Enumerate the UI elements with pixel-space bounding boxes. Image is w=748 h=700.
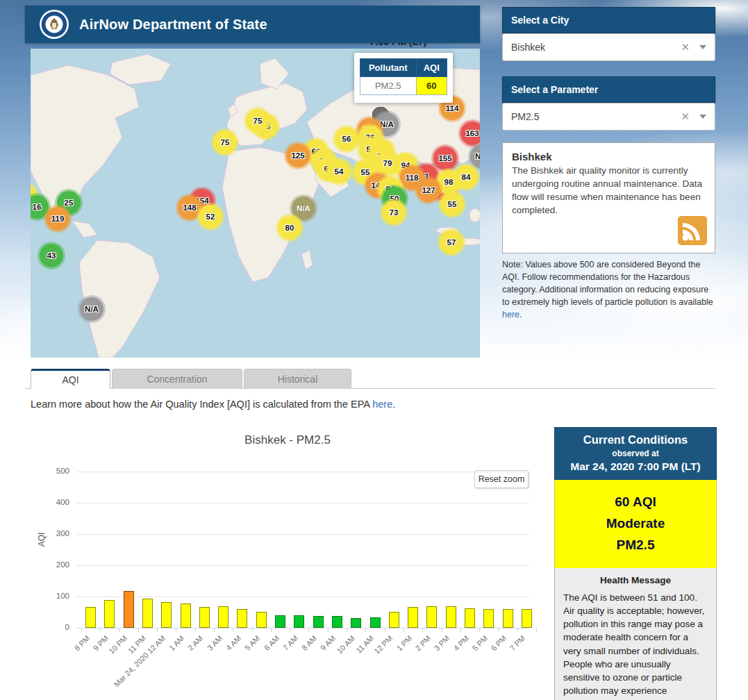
chart-bar[interactable] — [256, 612, 267, 628]
aqi-marker[interactable]: 119 — [46, 207, 69, 231]
aqi-marker[interactable]: 148 — [178, 196, 201, 219]
chart-bar[interactable] — [294, 615, 304, 628]
tab-concentration[interactable]: Concentration — [112, 369, 242, 389]
chart-bar[interactable] — [332, 616, 342, 628]
station-info-title: Bishkek — [512, 151, 706, 162]
chart-bar[interactable] — [237, 609, 247, 628]
chart-bar[interactable] — [351, 618, 361, 628]
aqi-marker[interactable]: 80 — [278, 216, 301, 240]
chart-x-tick — [479, 628, 480, 632]
current-conditions-header: Current Conditions observed at Mar 24, 2… — [554, 427, 717, 480]
airnow-page: AirNow Department of State — [0, 0, 748, 700]
note-text: Note: Values above 500 are considered Be… — [502, 260, 713, 307]
learn-more-body: Learn more about how the Air Quality Ind… — [31, 399, 372, 410]
city-clear-icon[interactable]: ✕ — [681, 41, 690, 53]
chart-x-tick — [157, 628, 158, 632]
chart-bar[interactable] — [104, 600, 115, 628]
chart-ytick-label: 200 — [31, 560, 69, 569]
chart-x-tick — [385, 628, 385, 632]
beyond-aqi-note: Note: Values above 500 are considered Be… — [502, 259, 715, 321]
chart-bar[interactable] — [426, 606, 437, 628]
parameter-dropdown[interactable]: PM2.5 ✕ — [502, 103, 715, 131]
chart-bar[interactable] — [218, 606, 228, 628]
aqi-marker[interactable]: 75 — [246, 109, 269, 133]
chart-bar[interactable] — [124, 591, 134, 628]
tab-aqi[interactable]: AQI — [31, 369, 110, 389]
reset-zoom-button[interactable]: Reset zoom — [474, 470, 529, 488]
chart-gridline — [76, 472, 529, 472]
tooltip-col-aqi: AQI — [416, 59, 447, 77]
chart-gridline — [76, 503, 529, 503]
chart-bar[interactable] — [313, 616, 324, 628]
chart-x-tick — [233, 628, 233, 632]
chart-bar[interactable] — [503, 609, 513, 628]
aqi-marker[interactable]: 52 — [199, 205, 222, 228]
chart-x-tick — [328, 628, 329, 632]
current-conditions-panel: Current Conditions observed at Mar 24, 2… — [554, 427, 717, 700]
chart-ytick-label: 500 — [31, 467, 69, 475]
city-caret-icon[interactable] — [699, 45, 706, 49]
aqi-marker[interactable]: 43 — [40, 244, 63, 267]
chart-bar[interactable] — [181, 603, 191, 628]
parameter-clear-icon[interactable]: ✕ — [681, 110, 690, 123]
chart-bar[interactable] — [389, 612, 399, 628]
tooltip-aqi-value: 60 — [416, 77, 447, 95]
chart-x-tick — [308, 628, 309, 632]
aqi-marker[interactable]: 125 — [286, 144, 310, 167]
chart-bar[interactable] — [370, 617, 381, 628]
chart-title: Bishkek - PM2.5 — [31, 433, 545, 447]
chart-bar[interactable] — [199, 607, 210, 628]
parameter-caret-icon[interactable] — [699, 115, 706, 119]
city-dropdown[interactable]: Bishkek ✕ — [502, 33, 715, 61]
aqi-marker[interactable]: N/A — [80, 297, 103, 321]
learn-more-text: Learn more about how the Air Quality Ind… — [31, 399, 395, 410]
chart-bar[interactable] — [85, 607, 96, 628]
learn-more-suffix: . — [392, 399, 395, 410]
aqi-marker[interactable]: 56 — [335, 127, 358, 151]
city-dropdown-value: Bishkek — [511, 42, 681, 53]
chart-bar[interactable] — [522, 609, 532, 628]
chart-x-tick — [138, 628, 139, 632]
chart-x-tick — [119, 628, 119, 632]
aqi-marker[interactable]: 57 — [440, 231, 463, 254]
note-here-link[interactable]: here — [502, 310, 520, 319]
aqi-marker[interactable]: 73 — [382, 201, 406, 224]
chart-ytick-label: 0 — [31, 623, 69, 631]
chart-bar[interactable] — [275, 615, 285, 628]
aqi-marker[interactable]: N/A — [292, 197, 315, 220]
map-tooltip: Pollutant AQI PM2.5 60 — [354, 53, 453, 103]
chart-bar[interactable] — [465, 608, 475, 628]
chart-x-tick — [347, 628, 347, 632]
aqi-marker[interactable]: 163 — [460, 122, 480, 145]
chart-bar[interactable] — [408, 607, 418, 628]
health-message-block: Health Message The AQI is between 51 and… — [554, 568, 717, 700]
tab-historical[interactable]: Historical — [244, 369, 351, 389]
select-city-header: Select a City — [502, 7, 715, 33]
aqi-marker[interactable]: 155 — [433, 147, 457, 170]
aqi-marker[interactable]: 75 — [213, 131, 237, 154]
chart-ytick-label: 100 — [31, 592, 69, 600]
current-aqi-block: 60 AQI Moderate PM2.5 — [554, 480, 717, 568]
chart-x-tick — [81, 628, 82, 632]
chart-gridline — [76, 534, 529, 535]
app-title: AirNow Department of State — [79, 17, 267, 33]
chart-gridline — [76, 597, 529, 597]
aqi-marker[interactable]: 54 — [327, 160, 351, 183]
world-aqi-map[interactable]: N/A 251611943N/A154148525575756612571645… — [31, 49, 480, 358]
chart-bar[interactable] — [483, 609, 494, 628]
dos-seal-icon — [39, 9, 69, 40]
observation-datetime: Mar 24, 2020 7:00 PM (LT) — [559, 460, 712, 473]
aqi-marker[interactable]: 55 — [440, 192, 464, 216]
aqi-marker[interactable]: 127 — [417, 178, 440, 202]
current-conditions-title: Current Conditions — [559, 433, 712, 447]
rss-feed-icon[interactable] — [678, 216, 707, 245]
tooltip-col-pollutant: Pollutant — [360, 59, 417, 77]
learn-more-here-link[interactable]: here — [372, 399, 392, 410]
chart-bar[interactable] — [446, 606, 456, 628]
chart-bar[interactable] — [142, 599, 153, 628]
aqi-marker[interactable]: 98 — [437, 170, 460, 194]
chart-bar[interactable] — [161, 602, 172, 628]
tooltip-pollutant-value: PM2.5 — [360, 77, 417, 95]
select-parameter-header: Select a Parameter — [502, 76, 715, 103]
note-suffix: . — [520, 310, 522, 319]
